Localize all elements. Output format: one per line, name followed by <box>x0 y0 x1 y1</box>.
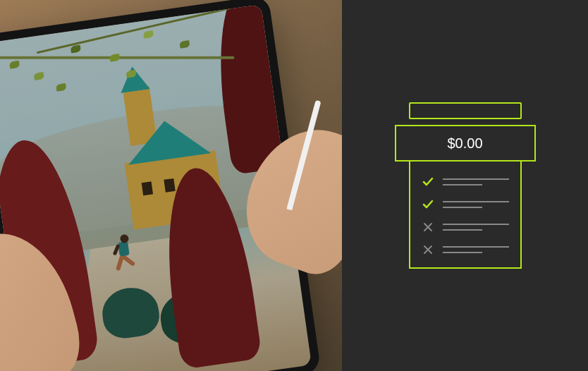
leaf-icon <box>143 30 154 39</box>
leaf-icon <box>9 61 20 69</box>
illustration-window <box>164 178 176 193</box>
leaf-icon <box>109 54 120 62</box>
illustration-house <box>124 150 224 229</box>
receipt-line-item <box>422 243 509 256</box>
receipt-item-text <box>443 224 509 231</box>
receipt-body <box>409 162 522 269</box>
receipt-total-value: $0.00 <box>447 135 482 152</box>
receipt-illustration: $0.00 <box>395 102 536 269</box>
receipt-total: $0.00 <box>395 125 536 162</box>
leaf-icon <box>56 83 66 92</box>
illustration-window <box>187 175 198 189</box>
illustration-runner <box>109 231 142 277</box>
receipt-item-text <box>443 201 509 208</box>
check-icon <box>422 198 434 211</box>
illustration-house-tower <box>123 86 157 146</box>
receipt-item-text <box>443 246 509 253</box>
leaf-icon <box>125 70 136 78</box>
illustration-sky <box>0 4 289 243</box>
receipt-item-text <box>443 178 509 186</box>
illustration-house-roof <box>105 113 229 168</box>
check-icon <box>422 176 434 188</box>
leaf-icon <box>71 44 81 53</box>
illustration-bush <box>99 284 161 341</box>
hand-right <box>230 112 342 284</box>
pricing-panel: $0.00 <box>342 0 588 371</box>
illustration-branch <box>0 56 234 59</box>
illustration-bush <box>157 286 231 347</box>
hand-left <box>0 220 89 371</box>
receipt-line-item <box>422 221 509 233</box>
hero-image-panel <box>0 0 342 371</box>
x-icon <box>422 221 434 233</box>
illustration-mountains <box>0 95 291 260</box>
receipt-slot <box>409 102 522 119</box>
receipt-line-item <box>422 198 509 211</box>
illustration-tree <box>154 162 262 369</box>
illustration-path <box>79 229 229 336</box>
receipt-line-item <box>422 176 509 188</box>
leaf-icon <box>180 40 190 49</box>
illustration-branch <box>37 8 229 54</box>
illustration-window <box>142 181 153 195</box>
x-icon <box>422 243 434 256</box>
leaf-icon <box>34 72 44 80</box>
illustration-house-tower-roof <box>111 63 157 94</box>
